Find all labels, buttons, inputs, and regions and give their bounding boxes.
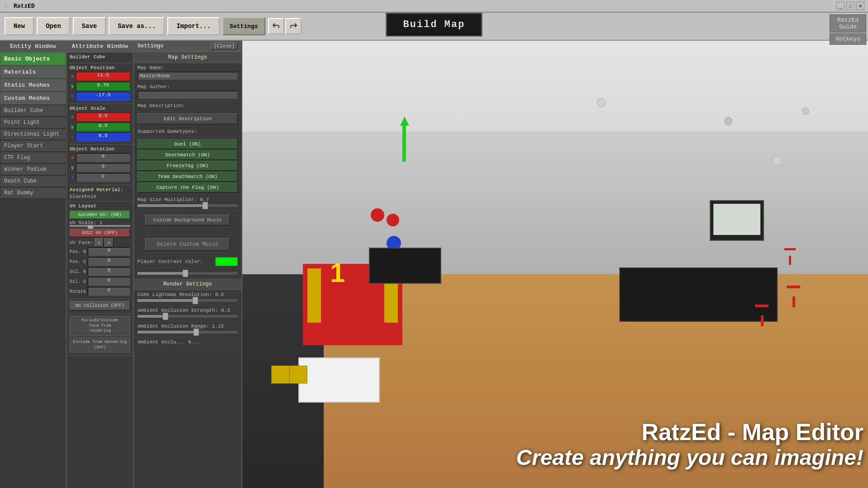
entity-item-directional-light[interactable]: Directional Light [0, 128, 66, 140]
settings-button[interactable]: Settings [222, 17, 265, 35]
scene-desk [619, 267, 778, 322]
assigned-material-label: Assigned Material: [70, 187, 130, 192]
ratzed-guide-button[interactable]: RatzEdGuide [830, 14, 866, 33]
map-author-input[interactable] [137, 91, 238, 99]
player-contrast-slider-thumb[interactable] [183, 270, 188, 277]
ao-strength-slider-track[interactable] [137, 315, 238, 318]
custom-meshes-button[interactable]: Custom Meshes [0, 92, 66, 105]
ambient-occlusion-range-row: Ambient Occlusion Range: 1.22 [134, 322, 241, 338]
undo-button[interactable] [268, 18, 284, 34]
exclude-rendering-button[interactable]: Exclude from Rendering (OFF) [70, 338, 130, 352]
edit-uv-button[interactable]: Edit UV (OFF) [70, 229, 130, 237]
pos-y-input[interactable]: 6.75 [76, 82, 130, 91]
uv-prev-button[interactable]: < [94, 238, 104, 247]
static-meshes-button[interactable]: Static Meshes [0, 79, 66, 92]
rot-z-input[interactable]: 0 [76, 173, 130, 182]
scl-u-input[interactable]: 0 [88, 277, 130, 286]
ambient-occlusion-strength-label: Ambient Occlusion Strength: 0.3 [137, 308, 238, 313]
entity-item-ctf-flag[interactable]: CTF Flag [0, 152, 66, 164]
new-button[interactable]: New [5, 17, 34, 35]
entity-item-builder-cube[interactable]: Builder Cube [0, 105, 66, 117]
map-name-input[interactable] [137, 72, 238, 80]
duel-button[interactable]: Duel (ON) [137, 139, 238, 149]
object-rotation-label: Object Rotation [70, 146, 130, 152]
open-button[interactable]: Open [37, 17, 70, 35]
map-size-slider-thumb[interactable] [203, 202, 208, 209]
entity-item-death-cube[interactable]: Death Cube [0, 175, 66, 187]
object-rotation-section: Object Rotation x 0 y 0 z 0 [67, 145, 133, 185]
edit-description-button[interactable]: Edit Description [137, 113, 238, 124]
no-collision-button[interactable]: No Collision (OFF) [70, 301, 130, 310]
close-button[interactable]: ✕ [856, 2, 864, 10]
pos-u-input[interactable]: 0 [88, 257, 130, 266]
watermark-subtitle: Create anything you can imagine! [516, 445, 863, 470]
collision-section: No Collision (OFF) [67, 299, 133, 314]
ambient-occlusion-strength-row: Ambient Occlusion Strength: 0.3 [134, 306, 241, 322]
capture-flag-button[interactable]: Capture the Flag (ON) [137, 183, 238, 192]
exclude-include-button[interactable]: Exclude/Includeface fromrendering [70, 316, 130, 336]
scl-n-input[interactable]: 0 [88, 267, 130, 276]
entity-item-point-light[interactable]: Point Light [0, 117, 66, 128]
team-deathmatch-button[interactable]: Team Deathmatch (ON) [137, 172, 238, 182]
map-size-slider-row: Map Size Multiplier: 0.7 [134, 195, 241, 211]
scale-z-input[interactable]: 8.5 [76, 132, 130, 141]
exclude-section: Exclude/Includeface fromrendering Exclud… [67, 314, 133, 356]
rotate-input[interactable]: 0 [88, 287, 130, 296]
rot-y-input[interactable]: 0 [76, 163, 130, 172]
scale-y-axis: y [70, 122, 75, 131]
map-description-label: Map Description: [137, 103, 238, 108]
minimize-button[interactable]: _ [836, 2, 844, 10]
redo-button[interactable] [285, 18, 302, 34]
rot-z-row: z 0 [70, 173, 130, 182]
uv-face-label: UV Face: [70, 240, 94, 245]
scale-y-input[interactable]: 0.5 [76, 122, 130, 131]
scl-n-row: Scl. N 0 [70, 267, 130, 276]
deathmatch-button[interactable]: Deathmatch (ON) [137, 150, 238, 160]
cube-lightmap-slider-fill [137, 299, 198, 302]
cube-lightmap-row: Cube Lightmap Resolution: 0.6 [134, 290, 241, 306]
maximize-button[interactable]: □ [846, 2, 854, 10]
rotate-label: Rotate [70, 289, 87, 294]
pos-n-input[interactable]: 0 [88, 247, 130, 256]
entity-item-winner-podium[interactable]: Winner Podium [0, 164, 66, 175]
spacer-1 [134, 229, 241, 234]
rot-y-axis: y [70, 163, 75, 172]
materials-button[interactable]: Materials [0, 66, 66, 79]
scene-cross-h-2 [787, 286, 800, 288]
build-map-button[interactable]: Build Map [386, 13, 482, 37]
entity-item-player-start[interactable]: Player Start [0, 140, 66, 152]
map-size-label: Map Size Multiplier: 0.7 [137, 197, 238, 202]
import-button[interactable]: Import... [167, 17, 220, 35]
freezetag-button[interactable]: FreezeTag (ON) [137, 161, 238, 171]
save-button[interactable]: Save [73, 17, 106, 35]
custom-bg-music-button[interactable]: Custom Background Music [145, 215, 231, 225]
titlebar-title: RatzED [14, 3, 35, 9]
settings-close-button[interactable]: [Close] [211, 42, 238, 50]
rot-x-input[interactable]: 0 [76, 153, 130, 162]
ao-range-slider-thumb[interactable] [193, 328, 199, 336]
ao-range-slider-track[interactable] [137, 331, 238, 333]
render-settings-header: Render Settings [134, 279, 241, 290]
cube-lightmap-slider-track[interactable] [137, 299, 238, 302]
autogen-uv-button[interactable]: AutoGen UV: (ON) [70, 211, 130, 219]
gametypes-wrapper: Duel (ON) Deathmatch (ON) FreezeTag (ON)… [134, 137, 241, 195]
delete-music-button[interactable]: Delete Custom Music [145, 238, 231, 251]
basic-objects-button[interactable]: Basic Objects [0, 52, 66, 66]
cube-lightmap-slider-thumb[interactable] [193, 297, 198, 304]
titlebar-controls: _ □ ✕ [836, 2, 864, 10]
player-contrast-slider-track[interactable] [137, 272, 238, 275]
player-contrast-color-swatch[interactable] [215, 257, 238, 266]
save-as-button[interactable]: Save as... [108, 17, 165, 35]
pos-z-input[interactable]: -17.5 [76, 92, 130, 101]
assigned-material-section: Assigned Material: blackhole [67, 185, 133, 202]
scale-x-input[interactable]: 8.5 [76, 113, 130, 122]
entity-item-rat-dummy[interactable]: Rat Dummy [0, 187, 66, 199]
ao-strength-slider-thumb[interactable] [163, 313, 168, 320]
map-size-slider-track[interactable] [137, 204, 238, 207]
hotkeys-button[interactable]: Hotkeys [830, 33, 866, 45]
pos-n-row: Pos. N 0 [70, 247, 130, 256]
pos-x-input[interactable]: 11.5 [76, 72, 130, 81]
uv-next-button[interactable]: > [104, 238, 113, 247]
uv-layout-section: UV Layout AutoGen UV: (ON) UV Scale: 1 E… [67, 202, 133, 299]
rotate-row: Rotate 0 [70, 287, 130, 296]
